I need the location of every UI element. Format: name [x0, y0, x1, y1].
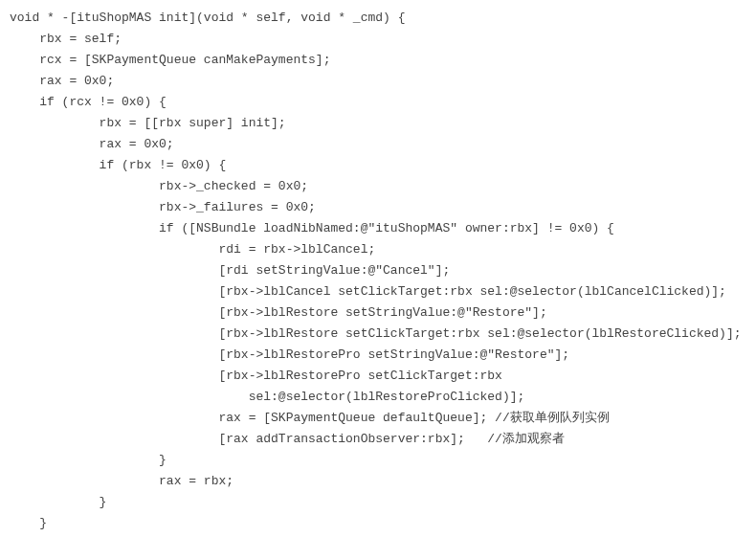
- code-line: rax = 0x0;: [10, 71, 746, 92]
- code-line: sel:@selector(lblRestoreProClicked)];: [10, 387, 746, 408]
- code-line: rcx = [SKPaymentQueue canMakePayments];: [10, 50, 746, 71]
- code-line: void * -[ituShopMAS init](void * self, v…: [10, 8, 746, 29]
- code-line: [rbx->lblRestorePro setStringValue:@"Res…: [10, 345, 746, 366]
- code-line: [rbx->lblRestorePro setClickTarget:rbx: [10, 366, 746, 387]
- code-line: rbx = [[rbx super] init];: [10, 113, 746, 134]
- code-line: }: [10, 492, 746, 513]
- code-line: rbx->_checked = 0x0;: [10, 176, 746, 197]
- code-line: if (rbx != 0x0) {: [10, 155, 746, 176]
- code-line: }: [10, 450, 746, 471]
- code-line: if ([NSBundle loadNibNamed:@"ituShopMAS"…: [10, 218, 746, 239]
- code-line: }: [10, 513, 746, 534]
- code-line: rbx = self;: [10, 29, 746, 50]
- code-line: [rbx->lblCancel setClickTarget:rbx sel:@…: [10, 281, 746, 302]
- code-line: rax = 0x0;: [10, 134, 746, 155]
- code-line: rbx->_failures = 0x0;: [10, 197, 746, 218]
- code-line: if (rcx != 0x0) {: [10, 92, 746, 113]
- code-line: rax = rbx;: [10, 471, 746, 492]
- code-line: rdi = rbx->lblCancel;: [10, 239, 746, 260]
- code-block: void * -[ituShopMAS init](void * self, v…: [0, 0, 756, 537]
- code-line: [rbx->lblRestore setStringValue:@"Restor…: [10, 302, 746, 324]
- code-line: [rdi setStringValue:@"Cancel"];: [10, 260, 746, 281]
- code-line: [rax addTransactionObserver:rbx]; //添加观察…: [10, 429, 746, 450]
- code-line: rax = [SKPaymentQueue defaultQueue]; //获…: [10, 408, 746, 429]
- code-line: [rbx->lblRestore setClickTarget:rbx sel:…: [10, 324, 746, 345]
